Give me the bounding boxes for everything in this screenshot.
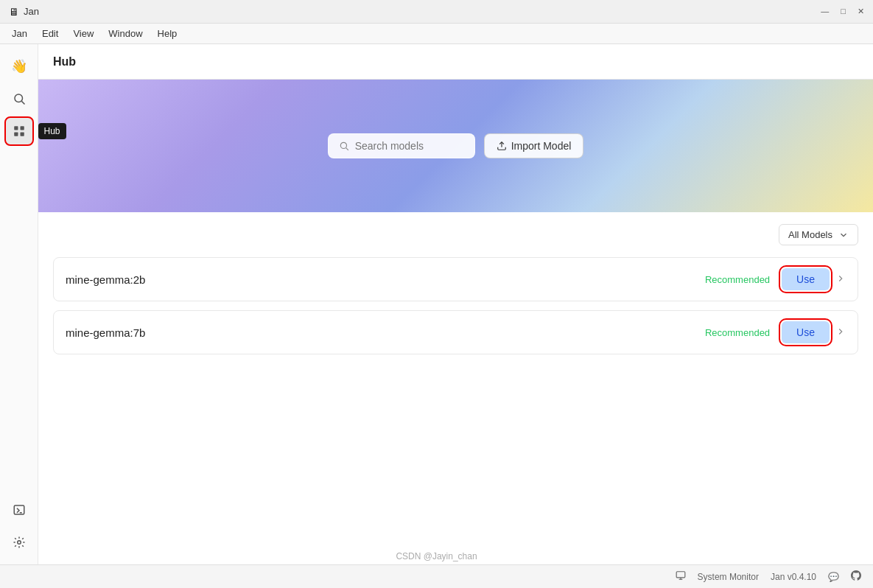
- discord-icon[interactable]: 💬: [828, 572, 839, 582]
- menu-bar: Jan Edit View Window Help: [0, 24, 873, 44]
- svg-line-10: [346, 148, 348, 150]
- svg-rect-3: [20, 126, 24, 130]
- table-row: mine-gemma:7b Recommended Use: [53, 310, 858, 354]
- settings-icon: [13, 536, 26, 549]
- recommended-badge: Recommended: [705, 327, 770, 338]
- github-icon[interactable]: [851, 570, 861, 583]
- svg-rect-4: [14, 133, 18, 136]
- svg-point-8: [17, 541, 21, 545]
- chevron-right-icon: [835, 273, 846, 284]
- expand-button-gemma-2b[interactable]: [835, 273, 846, 286]
- search-bar-icon: [339, 141, 349, 151]
- terminal-icon: [13, 503, 26, 517]
- svg-rect-5: [20, 133, 24, 136]
- model-name: mine-gemma:7b: [66, 326, 705, 339]
- close-button[interactable]: ✕: [858, 7, 864, 15]
- expand-button-gemma-7b[interactable]: [835, 326, 846, 339]
- svg-point-0: [15, 94, 23, 102]
- use-button-gemma-2b[interactable]: Use: [782, 268, 830, 290]
- svg-point-9: [340, 142, 346, 148]
- recommended-badge: Recommended: [705, 274, 770, 285]
- app-name: Jan: [24, 6, 821, 17]
- import-model-button[interactable]: Import Model: [484, 133, 584, 158]
- status-bar: System Monitor Jan v0.4.10 💬: [0, 564, 873, 588]
- minimize-button[interactable]: —: [821, 7, 829, 15]
- sidebar: 👋 Hub: [0, 44, 38, 564]
- svg-line-1: [21, 101, 24, 104]
- version-label: Jan v0.4.10: [771, 572, 816, 582]
- hub-icon: [13, 125, 26, 138]
- use-button-gemma-7b[interactable]: Use: [782, 321, 830, 343]
- system-monitor-label[interactable]: System Monitor: [698, 572, 759, 582]
- sidebar-item-terminal[interactable]: [6, 497, 32, 523]
- search-bar[interactable]: [328, 133, 475, 158]
- title-bar: 🖥 Jan — □ ✕: [0, 0, 873, 24]
- import-icon: [497, 141, 507, 151]
- main-content: Hub Import Model: [38, 44, 873, 564]
- models-filter-row: All Models: [53, 224, 858, 245]
- hub-tooltip: Hub: [38, 123, 66, 139]
- chevron-down-icon: [838, 230, 849, 240]
- import-model-label: Import Model: [511, 140, 572, 152]
- models-section: All Models mine-gemma:2b Recommended Use: [38, 212, 873, 564]
- sidebar-item-settings[interactable]: [6, 529, 32, 556]
- sidebar-item-hub[interactable]: Hub: [6, 118, 32, 144]
- window-controls: — □ ✕: [821, 7, 864, 15]
- page-title: Hub: [53, 55, 76, 69]
- page-title-bar: Hub: [38, 44, 873, 80]
- menu-edit[interactable]: Edit: [36, 26, 64, 41]
- model-list: mine-gemma:2b Recommended Use mine-gemma…: [53, 257, 858, 354]
- svg-rect-2: [14, 126, 18, 130]
- filter-select[interactable]: All Models: [779, 224, 858, 245]
- menu-window[interactable]: Window: [102, 26, 148, 41]
- hub-banner: Import Model: [38, 80, 873, 212]
- table-row: mine-gemma:2b Recommended Use: [53, 257, 858, 301]
- sidebar-item-search[interactable]: [6, 85, 32, 112]
- system-monitor-icon: [676, 570, 686, 583]
- sidebar-item-chat[interactable]: 👋: [6, 53, 32, 80]
- app-icon: 🖥: [9, 6, 19, 18]
- maximize-button[interactable]: □: [841, 7, 846, 15]
- menu-jan[interactable]: Jan: [6, 26, 33, 41]
- model-name: mine-gemma:2b: [66, 273, 705, 286]
- menu-view[interactable]: View: [67, 26, 99, 41]
- app-content: 👋 Hub: [0, 44, 873, 564]
- search-models-input[interactable]: [355, 140, 464, 152]
- menu-help[interactable]: Help: [152, 26, 183, 41]
- chevron-right-icon: [835, 326, 846, 337]
- search-icon: [13, 92, 26, 105]
- filter-label: All Models: [788, 229, 832, 240]
- chat-icon: 👋: [11, 58, 27, 74]
- svg-rect-12: [676, 572, 685, 578]
- sidebar-bottom: [6, 497, 32, 556]
